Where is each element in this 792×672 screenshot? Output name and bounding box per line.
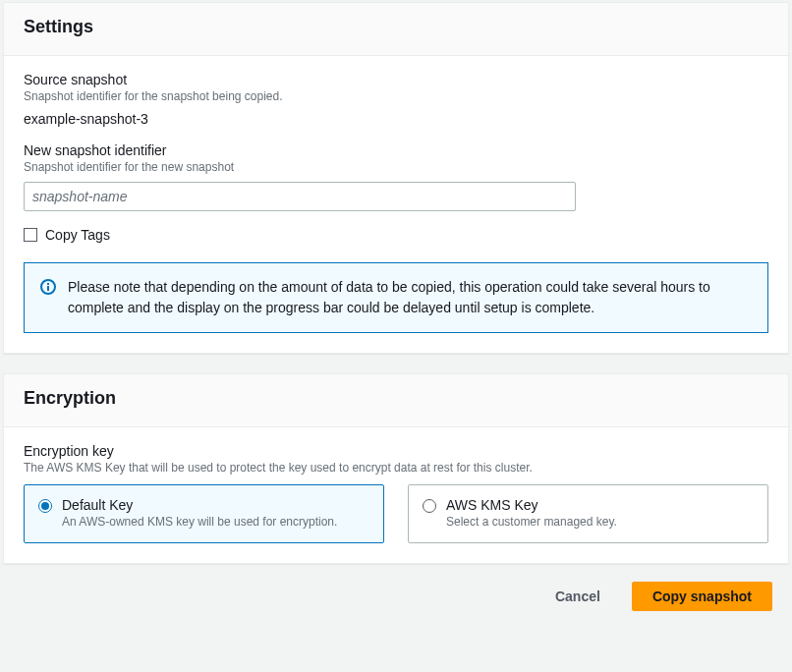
info-box: Please note that depending on the amount… [24, 262, 768, 333]
new-snapshot-id-label: New snapshot identifier [24, 142, 768, 158]
radio-default-key[interactable]: Default Key An AWS-owned KMS key will be… [24, 484, 384, 543]
source-snapshot-desc: Snapshot identifier for the snapshot bei… [24, 89, 768, 103]
encryption-key-label: Encryption key [24, 443, 768, 459]
radio-kms-key-title: AWS KMS Key [446, 497, 617, 513]
encryption-key-desc: The AWS KMS Key that will be used to pro… [24, 461, 768, 475]
source-snapshot-field: Source snapshot Snapshot identifier for … [24, 72, 768, 127]
copy-tags-checkbox[interactable] [24, 228, 37, 242]
source-snapshot-label: Source snapshot [24, 72, 768, 87]
radio-dot-icon [423, 499, 436, 513]
new-snapshot-id-input[interactable] [24, 182, 576, 211]
new-snapshot-id-field: New snapshot identifier Snapshot identif… [24, 142, 768, 211]
svg-rect-2 [47, 283, 49, 285]
encryption-panel: Encryption Encryption key The AWS KMS Ke… [3, 373, 789, 564]
copy-tags-row[interactable]: Copy Tags [24, 227, 768, 243]
source-snapshot-value: example-snapshot-3 [24, 111, 768, 127]
cancel-button[interactable]: Cancel [536, 582, 620, 611]
settings-header: Settings [4, 3, 788, 56]
radio-dot-icon [38, 499, 52, 513]
info-icon [40, 277, 56, 318]
info-text: Please note that depending on the amount… [68, 277, 752, 318]
svg-rect-1 [47, 286, 49, 291]
copy-tags-label: Copy Tags [45, 227, 110, 243]
copy-snapshot-button[interactable]: Copy snapshot [632, 582, 772, 611]
encryption-heading: Encryption [24, 388, 768, 409]
settings-heading: Settings [24, 17, 768, 37]
encryption-header: Encryption [4, 374, 788, 427]
radio-default-key-title: Default Key [62, 497, 337, 513]
radio-default-key-desc: An AWS-owned KMS key will be used for en… [62, 515, 337, 529]
footer-actions: Cancel Copy snapshot [0, 564, 792, 611]
encryption-key-field: Encryption key The AWS KMS Key that will… [24, 443, 768, 475]
encryption-options: Default Key An AWS-owned KMS key will be… [24, 484, 768, 543]
settings-panel: Settings Source snapshot Snapshot identi… [3, 2, 789, 354]
new-snapshot-id-desc: Snapshot identifier for the new snapshot [24, 160, 768, 174]
radio-kms-key[interactable]: AWS KMS Key Select a customer managed ke… [408, 484, 768, 543]
radio-kms-key-desc: Select a customer managed key. [446, 515, 617, 529]
